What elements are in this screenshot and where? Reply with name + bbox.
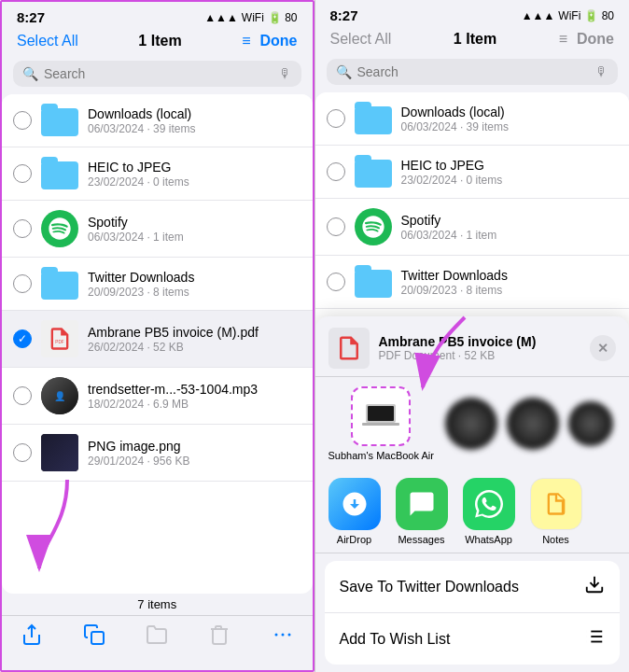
file-name-ambrane: Ambrane PB5 invoice (M).pdf: [88, 325, 301, 340]
file-item-r-twitter[interactable]: Twitter Downloads 20/09/2023 · 8 items: [315, 256, 630, 309]
file-name-downloads-local: Downloads (local): [88, 106, 301, 121]
svg-rect-8: [362, 423, 399, 426]
file-name-spotify: Spotify: [88, 215, 301, 230]
copy-button-left[interactable]: [83, 623, 105, 651]
folder-button-left[interactable]: [146, 623, 168, 651]
radio-twitter[interactable]: [13, 274, 32, 293]
radio-r-heic[interactable]: [327, 162, 345, 181]
share-file-name: Ambrane PB5 invoice (M): [379, 334, 581, 349]
search-input-left[interactable]: [44, 66, 273, 81]
app-item-notes[interactable]: Notes: [523, 478, 590, 545]
time-left: 8:27: [17, 9, 45, 25]
file-name-r-twitter: Twitter Downloads: [401, 268, 619, 283]
file-item-ambrane[interactable]: PDF Ambrane PB5 invoice (M).pdf 26/02/20…: [2, 311, 313, 368]
radio-heic[interactable]: [13, 164, 32, 183]
select-all-left[interactable]: Select All: [17, 33, 78, 49]
file-name-png: PNG image.png: [88, 439, 301, 454]
status-bar-right: 8:27 ▲▲▲ WiFi 🔋 80: [315, 0, 630, 27]
file-name-twitter: Twitter Downloads: [88, 270, 301, 285]
file-item-mp3[interactable]: 👤 trendsetter-m...-53-1004.mp3 18/02/202…: [2, 368, 313, 425]
file-info-r-downloads: Downloads (local) 06/03/2024 · 39 items: [401, 105, 619, 133]
mic-icon-left[interactable]: 🎙: [279, 66, 292, 81]
file-meta-png: 29/01/2024 · 956 KB: [88, 455, 301, 468]
file-name-r-heic: HEIC to JPEG: [401, 158, 619, 173]
share-file-thumb: [328, 328, 370, 369]
app-item-airdrop[interactable]: AirDrop: [321, 478, 388, 545]
file-info-r-spotify: Spotify 06/03/2024 · 1 item: [401, 213, 619, 242]
notes-app-icon: [530, 478, 582, 530]
nav-title-right: 1 Item: [454, 31, 496, 48]
select-all-right[interactable]: Select All: [330, 31, 392, 48]
left-panel: 8:27 ▲▲▲ WiFi 🔋 80 Select All 1 Item ≡ D…: [0, 0, 314, 672]
app-row: AirDrop Messages WhatsApp: [315, 470, 630, 553]
file-item-r-heic[interactable]: HEIC to JPEG 23/02/2024 · 0 items: [315, 146, 630, 199]
more-button-left[interactable]: [272, 623, 294, 651]
folder-icon-heic: [41, 157, 78, 190]
save-twitter-icon: [584, 574, 605, 599]
action-add-wishlist[interactable]: Add To Wish List: [325, 613, 621, 665]
battery-icon-left: 🔋 80: [268, 11, 298, 24]
file-count-left: 7 items: [2, 594, 313, 615]
file-list-left: Downloads (local) 06/03/2024 · 39 items …: [2, 94, 313, 594]
file-item-spotify[interactable]: Spotify 06/03/2024 · 1 item: [2, 201, 313, 258]
macbook-icon: [351, 386, 411, 446]
airdrop-row: Subham's MacBook Air: [315, 377, 630, 470]
radio-ambrane[interactable]: [13, 329, 32, 348]
file-item-twitter[interactable]: Twitter Downloads 20/09/2023 · 8 items: [2, 258, 313, 311]
list-view-icon-right[interactable]: ≡: [559, 31, 567, 48]
file-meta-heic: 23/02/2024 · 0 items: [88, 175, 301, 189]
contact-circles: [445, 398, 613, 450]
radio-spotify[interactable]: [13, 219, 32, 238]
nav-actions-right: ≡ Done: [559, 31, 614, 48]
add-wishlist-label: Add To Wish List: [340, 631, 451, 648]
share-close-button[interactable]: ✕: [590, 335, 616, 361]
done-button-right[interactable]: Done: [577, 31, 614, 48]
mic-icon-right[interactable]: 🎙: [595, 64, 608, 79]
folder-icon-downloads: [41, 104, 78, 137]
spotify-icon: [41, 210, 78, 247]
radio-r-twitter[interactable]: [327, 273, 345, 291]
macbook-airdrop-item[interactable]: Subham's MacBook Air: [328, 386, 434, 461]
nav-bar-right: Select All 1 Item ≡ Done: [315, 27, 630, 55]
file-info-spotify: Spotify 06/03/2024 · 1 item: [88, 215, 301, 244]
file-meta-r-spotify: 06/03/2024 · 1 item: [401, 229, 619, 242]
list-view-icon-left[interactable]: ≡: [242, 33, 250, 49]
radio-r-downloads[interactable]: [327, 109, 345, 128]
file-meta-r-heic: 23/02/2024 · 0 items: [401, 174, 619, 187]
search-bar-right: 🔍 🎙: [327, 59, 619, 85]
file-meta-r-downloads: 06/03/2024 · 39 items: [401, 120, 619, 133]
save-twitter-label: Save To Twitter Downloads: [340, 579, 519, 595]
action-list: Save To Twitter Downloads Add To Wish Li…: [325, 561, 621, 665]
file-info-heic: HEIC to JPEG 23/02/2024 · 0 items: [88, 160, 301, 189]
time-right: 8:27: [330, 7, 358, 23]
right-panel: 8:27 ▲▲▲ WiFi 🔋 80 Select All 1 Item ≡ D…: [315, 0, 630, 672]
file-item-png[interactable]: PNG image.png 29/01/2024 · 956 KB: [2, 425, 313, 482]
contact-3: [568, 401, 613, 446]
status-icons-left: ▲▲▲ WiFi 🔋 80: [204, 11, 297, 24]
app-item-messages[interactable]: Messages: [388, 478, 455, 545]
folder-icon-twitter: [41, 267, 78, 301]
app-item-whatsapp[interactable]: WhatsApp: [455, 478, 523, 545]
trash-button-left[interactable]: [208, 623, 231, 651]
radio-png[interactable]: [13, 443, 32, 462]
file-meta-spotify: 06/03/2024 · 1 item: [88, 231, 301, 244]
search-input-right[interactable]: [357, 64, 591, 79]
file-info-r-heic: HEIC to JPEG 23/02/2024 · 0 items: [401, 158, 619, 187]
file-item-r-downloads[interactable]: Downloads (local) 06/03/2024 · 39 items: [315, 92, 630, 146]
file-name-r-downloads: Downloads (local): [401, 105, 619, 119]
radio-downloads-local[interactable]: [13, 111, 32, 130]
share-button-left[interactable]: [21, 623, 43, 651]
action-save-twitter[interactable]: Save To Twitter Downloads: [325, 561, 621, 613]
radio-mp3[interactable]: [13, 386, 32, 405]
bottom-toolbar-left: [2, 615, 313, 670]
nav-bar-left: Select All 1 Item ≡ Done: [2, 29, 313, 57]
file-item-r-spotify[interactable]: Spotify 06/03/2024 · 1 item: [315, 199, 630, 256]
done-button-left[interactable]: Done: [260, 33, 298, 49]
file-info-ambrane: Ambrane PB5 invoice (M).pdf 26/02/2024 ·…: [88, 325, 301, 354]
radio-r-spotify[interactable]: [327, 217, 345, 236]
wifi-icon-right: WiFi: [558, 9, 580, 22]
file-item-downloads-local[interactable]: Downloads (local) 06/03/2024 · 39 items: [2, 94, 313, 147]
file-item-heic[interactable]: HEIC to JPEG 23/02/2024 · 0 items: [2, 147, 313, 201]
macbook-label: Subham's MacBook Air: [328, 450, 434, 461]
folder-icon-r-downloads: [355, 102, 392, 135]
